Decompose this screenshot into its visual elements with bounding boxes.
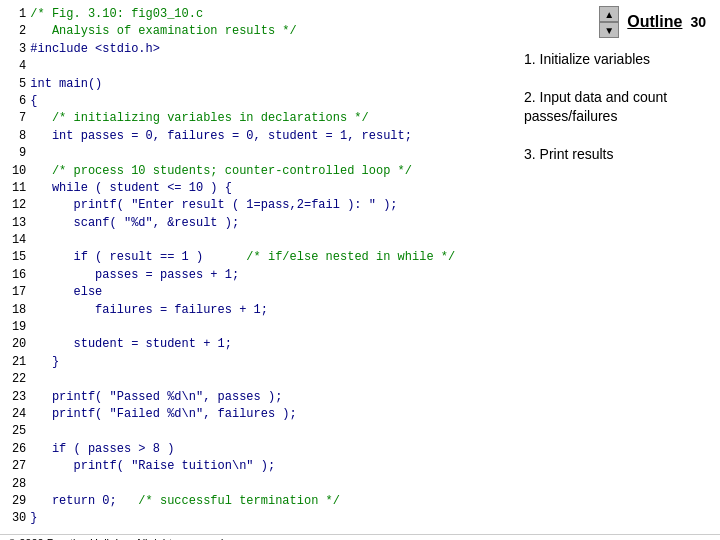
line-number: 8 (8, 128, 28, 145)
line-code: if ( passes > 8 ) (28, 441, 502, 458)
outline-item-text: Initialize variables (540, 51, 651, 67)
code-line: 14 (8, 232, 502, 249)
outline-item-number: 3. (524, 146, 540, 162)
line-code (28, 145, 502, 162)
outline-item-text: Print results (540, 146, 614, 162)
code-line: 6{ (8, 93, 502, 110)
outline-item-number: 2. (524, 89, 540, 105)
line-code: /* process 10 students; counter-controll… (28, 163, 502, 180)
line-code: /* Fig. 3.10: fig03_10.c (28, 6, 502, 23)
code-line: 13 scanf( "%d", &result ); (8, 215, 502, 232)
line-code: while ( student <= 10 ) { (28, 180, 502, 197)
code-line: 9 (8, 145, 502, 162)
code-line: 12 printf( "Enter result ( 1=pass,2=fail… (8, 197, 502, 214)
code-line: 7 /* initializing variables in declarati… (8, 110, 502, 127)
line-code: printf( "Failed %d\n", failures ); (28, 406, 502, 423)
line-code (28, 371, 502, 388)
line-code: } (28, 354, 502, 371)
nav-down-button[interactable]: ▼ (599, 22, 619, 38)
code-line: 15 if ( result == 1 ) /* if/else nested … (8, 249, 502, 266)
code-line: 26 if ( passes > 8 ) (8, 441, 502, 458)
line-number: 5 (8, 76, 28, 93)
line-code: if ( result == 1 ) /* if/else nested in … (28, 249, 502, 266)
line-number: 25 (8, 423, 28, 440)
line-code: printf( "Passed %d\n", passes ); (28, 389, 502, 406)
line-number: 21 (8, 354, 28, 371)
line-code: #include <stdio.h> (28, 41, 502, 58)
line-number: 24 (8, 406, 28, 423)
code-table: 1/* Fig. 3.10: fig03_10.c2 Analysis of e… (8, 6, 502, 528)
line-number: 29 (8, 493, 28, 510)
line-code (28, 476, 502, 493)
outline-title: Outline (627, 13, 682, 31)
line-number: 30 (8, 510, 28, 527)
line-code: } (28, 510, 502, 527)
code-line: 29 return 0; /* successful termination *… (8, 493, 502, 510)
code-panel: 1/* Fig. 3.10: fig03_10.c2 Analysis of e… (0, 0, 510, 534)
line-code: return 0; /* successful termination */ (28, 493, 502, 510)
line-code: passes = passes + 1; (28, 267, 502, 284)
code-line: 3#include <stdio.h> (8, 41, 502, 58)
outline-item-text: Input data and count passes/failures (524, 89, 667, 125)
line-number: 16 (8, 267, 28, 284)
line-number: 2 (8, 23, 28, 40)
code-line: 17 else (8, 284, 502, 301)
outline-header: ▲ ▼ Outline 30 (520, 6, 710, 38)
code-line: 30} (8, 510, 502, 527)
code-line: 24 printf( "Failed %d\n", failures ); (8, 406, 502, 423)
line-number: 4 (8, 58, 28, 75)
line-code: printf( "Raise tuition\n" ); (28, 458, 502, 475)
line-number: 1 (8, 6, 28, 23)
code-line: 28 (8, 476, 502, 493)
line-number: 18 (8, 302, 28, 319)
line-number: 17 (8, 284, 28, 301)
code-line: 4 (8, 58, 502, 75)
code-line: 20 student = student + 1; (8, 336, 502, 353)
page-number: 30 (690, 14, 706, 30)
line-number: 28 (8, 476, 28, 493)
line-code: else (28, 284, 502, 301)
code-line: 22 (8, 371, 502, 388)
line-number: 13 (8, 215, 28, 232)
line-number: 9 (8, 145, 28, 162)
line-code: Analysis of examination results */ (28, 23, 502, 40)
line-number: 15 (8, 249, 28, 266)
line-code: int main() (28, 76, 502, 93)
line-number: 22 (8, 371, 28, 388)
line-code: failures = failures + 1; (28, 302, 502, 319)
line-code (28, 232, 502, 249)
nav-up-button[interactable]: ▲ (599, 6, 619, 22)
line-number: 12 (8, 197, 28, 214)
code-line: 1/* Fig. 3.10: fig03_10.c (8, 6, 502, 23)
code-line: 27 printf( "Raise tuition\n" ); (8, 458, 502, 475)
code-line: 19 (8, 319, 502, 336)
line-number: 6 (8, 93, 28, 110)
code-line: 8 int passes = 0, failures = 0, student … (8, 128, 502, 145)
line-number: 7 (8, 110, 28, 127)
line-code: int passes = 0, failures = 0, student = … (28, 128, 502, 145)
line-number: 20 (8, 336, 28, 353)
code-line: 2 Analysis of examination results */ (8, 23, 502, 40)
line-code (28, 319, 502, 336)
code-line: 11 while ( student <= 10 ) { (8, 180, 502, 197)
nav-buttons: ▲ ▼ (599, 6, 619, 38)
footer: © 2000 Prentice Hall, Inc. All rights re… (0, 534, 720, 540)
right-panel: ▲ ▼ Outline 30 1. Initialize variables2.… (510, 0, 720, 534)
line-code: scanf( "%d", &result ); (28, 215, 502, 232)
outline-item: 1. Initialize variables (524, 50, 710, 70)
line-number: 10 (8, 163, 28, 180)
code-line: 23 printf( "Passed %d\n", passes ); (8, 389, 502, 406)
outline-item-number: 1. (524, 51, 540, 67)
line-number: 27 (8, 458, 28, 475)
code-line: 21 } (8, 354, 502, 371)
code-line: 10 /* process 10 students; counter-contr… (8, 163, 502, 180)
line-code (28, 423, 502, 440)
line-number: 14 (8, 232, 28, 249)
line-number: 23 (8, 389, 28, 406)
outline-item: 3. Print results (524, 145, 710, 165)
code-line: 5int main() (8, 76, 502, 93)
line-code: { (28, 93, 502, 110)
code-line: 16 passes = passes + 1; (8, 267, 502, 284)
line-code: student = student + 1; (28, 336, 502, 353)
line-number: 26 (8, 441, 28, 458)
